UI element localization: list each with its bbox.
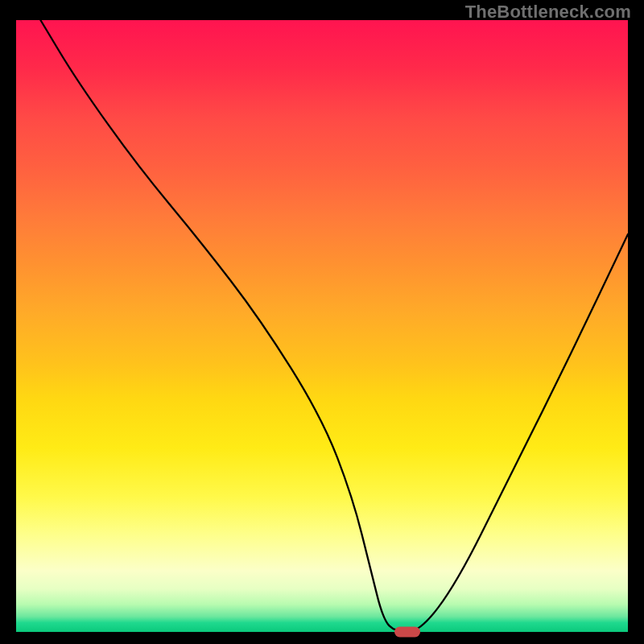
- bottleneck-curve: [16, 20, 628, 632]
- plot-area: [16, 20, 628, 632]
- chart-frame: TheBottleneck.com: [0, 0, 644, 644]
- optimal-marker: [394, 627, 420, 638]
